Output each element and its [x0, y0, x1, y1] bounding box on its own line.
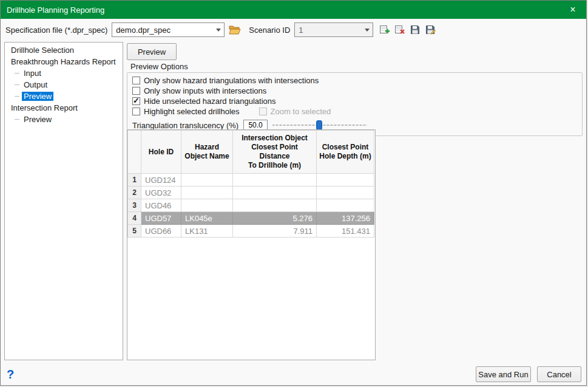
- cell-hazard: [181, 174, 233, 187]
- col-header-hole-id: Hole ID: [141, 131, 181, 174]
- translucency-label: Triangulation translucency (%): [132, 121, 238, 130]
- checkbox[interactable]: [132, 77, 140, 84]
- row-number[interactable]: 2: [128, 187, 141, 199]
- checkbox-label: Highlight selected drillholes: [144, 107, 240, 116]
- help-icon[interactable]: ?: [7, 366, 20, 382]
- slider-handle[interactable]: [316, 120, 322, 130]
- cell-distance: 5.276: [233, 212, 317, 225]
- save-and-run-button[interactable]: Save and Run: [476, 366, 531, 382]
- tree-item-preview-intersection[interactable]: Preview: [5, 114, 123, 125]
- tree-branch-line: [15, 73, 19, 74]
- chevron-down-icon: [213, 23, 224, 36]
- cell-hazard: [181, 187, 233, 199]
- checkbox[interactable]: [132, 97, 140, 105]
- table-header-row: Hole ID Hazard Object Name Intersection …: [128, 131, 374, 174]
- cell-depth: [317, 199, 374, 212]
- group-title: Preview Options: [127, 62, 583, 71]
- cancel-button[interactable]: Cancel: [537, 366, 581, 382]
- preview-button[interactable]: Preview: [127, 43, 177, 60]
- dialog-window: Drillhole Planning Reporting × Specifica…: [0, 0, 587, 386]
- cell-hazard: LK131: [181, 225, 233, 238]
- close-button[interactable]: ×: [559, 1, 586, 19]
- table-row[interactable]: 5 UGD66 LK131 7.911 151.431: [128, 225, 374, 238]
- spec-file-label: Specification file (*.dpr_spec): [5, 26, 107, 35]
- checkbox-row-hide-unselected: Hide unselected hazard triangulations: [132, 96, 577, 106]
- cell-hole-id: UGD46: [141, 199, 181, 212]
- add-scenario-icon[interactable]: [379, 24, 391, 36]
- cell-hazard: LK045e: [181, 212, 233, 225]
- row-number[interactable]: 4: [128, 212, 141, 225]
- spec-file-value: demo.dpr_spec: [112, 26, 213, 35]
- checkbox-disabled: [259, 108, 267, 115]
- scenario-id-combobox[interactable]: 1: [294, 22, 373, 37]
- scenario-id-value: 1: [295, 26, 362, 35]
- close-icon: ×: [570, 4, 575, 15]
- cell-distance: [233, 199, 317, 212]
- col-header-hazard: Hazard Object Name: [181, 131, 233, 174]
- cell-hazard: [181, 199, 233, 212]
- tree-item-intersection-report[interactable]: Intersection Report: [5, 102, 123, 114]
- cell-depth: 137.256: [317, 212, 374, 225]
- cell-depth: [317, 187, 374, 199]
- preview-options-group: Preview Options Only show hazard triangu…: [127, 62, 583, 136]
- col-header-depth: Closest Point Hole Depth (m): [317, 131, 374, 174]
- save-as-icon[interactable]: [424, 24, 436, 36]
- cell-hole-id: UGD66: [141, 225, 181, 238]
- window-title: Drillhole Planning Reporting: [1, 5, 104, 15]
- cell-distance: 7.911: [233, 225, 317, 238]
- group-frame: Only show hazard triangulations with int…: [127, 72, 583, 136]
- tree-branch-line: [15, 96, 19, 97]
- spec-file-combobox[interactable]: demo.dpr_spec: [112, 22, 225, 37]
- checkbox-row-highlight: Highlight selected drillholes Zoom to se…: [132, 106, 577, 117]
- tree-item-preview-hazards[interactable]: Preview: [5, 91, 123, 102]
- checkbox[interactable]: [132, 87, 140, 95]
- row-number[interactable]: 3: [128, 199, 141, 212]
- checkbox-label: Only show inputs with intersections: [144, 86, 266, 95]
- toolbar: Specification file (*.dpr_spec) demo.dpr…: [1, 19, 586, 41]
- checkbox-label: Zoom to selected: [271, 107, 331, 116]
- table-row[interactable]: 4 UGD57 LK045e 5.276 137.256: [128, 212, 374, 225]
- checkbox-row-only-hazard: Only show hazard triangulations with int…: [132, 75, 577, 86]
- cell-distance: [233, 174, 317, 187]
- tree-item-breakthrough-hazards-report[interactable]: Breakthrough Hazards Report: [5, 56, 123, 67]
- tree-branch-line: [15, 119, 19, 120]
- table-row[interactable]: 1 UGD124: [128, 174, 374, 187]
- checkbox-label: Only show hazard triangulations with int…: [144, 76, 319, 85]
- cell-hole-id: UGD32: [141, 187, 181, 199]
- titlebar: Drillhole Planning Reporting ×: [1, 1, 586, 19]
- open-folder-icon[interactable]: [229, 24, 241, 36]
- scenario-id-label: Scenario ID: [249, 26, 290, 35]
- table-row[interactable]: 2 UGD32: [128, 187, 374, 199]
- delete-scenario-icon[interactable]: [394, 24, 406, 36]
- cell-depth: [317, 174, 374, 187]
- tree-item-drillhole-selection[interactable]: Drillhole Selection: [5, 44, 123, 56]
- cell-hole-id: UGD57: [141, 212, 181, 225]
- col-header-distance: Intersection Object Closest Point Distan…: [233, 131, 317, 174]
- cell-hole-id: UGD124: [141, 174, 181, 187]
- table-row[interactable]: 3 UGD46: [128, 199, 374, 212]
- zoom-to-selected-group: Zoom to selected: [259, 107, 331, 116]
- tree-branch-line: [15, 84, 19, 85]
- checkbox[interactable]: [132, 108, 140, 115]
- row-number[interactable]: 5: [128, 225, 141, 238]
- cell-depth: 151.431: [317, 225, 374, 238]
- checkbox-label: Hide unselected hazard triangulations: [144, 97, 276, 106]
- results-table: Hole ID Hazard Object Name Intersection …: [127, 129, 376, 360]
- tree-item-input[interactable]: Input: [5, 67, 123, 79]
- cell-distance: [233, 187, 317, 199]
- chevron-down-icon: [362, 23, 373, 36]
- tree-item-output[interactable]: Output: [5, 79, 123, 91]
- row-number[interactable]: 1: [128, 174, 141, 187]
- checkbox-row-only-inputs: Only show inputs with intersections: [132, 86, 577, 96]
- corner-cell: [128, 131, 141, 174]
- scenario-actions: [379, 24, 436, 36]
- navigation-tree: Drillhole Selection Breakthrough Hazards…: [4, 42, 123, 360]
- save-icon[interactable]: [409, 24, 421, 36]
